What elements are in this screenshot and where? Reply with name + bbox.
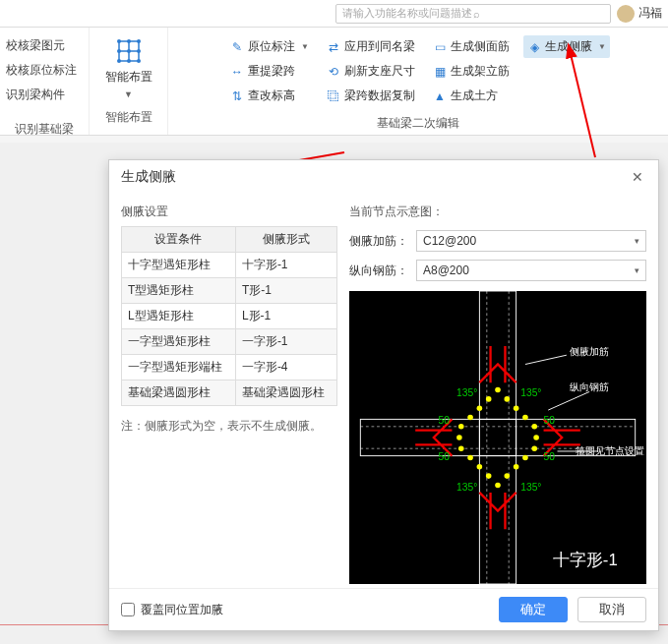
dialog-header: 生成侧腋 ✕ xyxy=(109,160,658,194)
svg-text:50: 50 xyxy=(544,415,556,426)
svg-rect-11 xyxy=(479,291,516,584)
svg-text:纵向钢筋: 纵向钢筋 xyxy=(570,381,609,392)
top-bar: 请输入功能名称或问题描述 ⌕ 冯福 xyxy=(0,0,668,28)
svg-point-27 xyxy=(477,464,483,470)
gen-side-haunch-button[interactable]: ◈生成侧腋▼ xyxy=(523,35,610,58)
col-header: 设置条件 xyxy=(122,227,236,253)
svg-point-23 xyxy=(531,424,537,430)
table-row[interactable]: T型遇矩形柱T形-1 xyxy=(122,278,337,304)
side-item[interactable]: 校核原位标注 xyxy=(4,58,85,83)
chevron-down-icon: ▾ xyxy=(635,236,639,246)
svg-point-16 xyxy=(477,405,483,411)
dialog-left: 侧腋设置 设置条件侧腋形式 十字型遇矩形柱十字形-1 T型遇矩形柱T形-1 L型… xyxy=(121,198,337,584)
field-label: 纵向钢筋： xyxy=(349,263,408,279)
right-section-title: 当前节点示意图： xyxy=(349,204,646,220)
resubmit-span-button[interactable]: ↔重提梁跨 xyxy=(226,60,313,83)
svg-rect-13 xyxy=(479,419,516,455)
svg-point-21 xyxy=(514,405,519,411)
gen-frame-rebar-button[interactable]: ▦生成架立筋 xyxy=(429,60,514,83)
svg-line-43 xyxy=(548,391,589,410)
svg-text:50: 50 xyxy=(438,451,450,462)
origin-annotation-button[interactable]: ✎原位标注▼ xyxy=(226,35,313,58)
table-row[interactable]: 一字型遇矩形端柱一字形-4 xyxy=(122,355,337,381)
col-header: 侧腋形式 xyxy=(235,227,336,253)
span-icon: ↔ xyxy=(230,65,244,79)
svg-point-5 xyxy=(137,49,141,53)
haunch-rebar-select[interactable]: C12@200▾ xyxy=(416,230,646,252)
avatar xyxy=(617,5,635,23)
search-placeholder: 请输入功能名称或问题描述 xyxy=(342,6,473,21)
svg-point-0 xyxy=(117,39,121,43)
svg-point-6 xyxy=(117,59,121,63)
svg-point-4 xyxy=(127,49,131,53)
overwrite-checkbox-input[interactable] xyxy=(121,603,135,616)
table-row[interactable]: 一字型遇矩形柱一字形-1 xyxy=(122,329,337,355)
ribbon-group-smart: 智能布置 ▼ 智能布置 xyxy=(89,28,167,135)
checkbox-label: 覆盖同位置加腋 xyxy=(141,602,223,618)
dialog-title: 生成侧腋 xyxy=(121,168,176,186)
gen-side-rebar-button[interactable]: ▭生成侧面筋 xyxy=(429,35,514,58)
svg-text:135°: 135° xyxy=(520,482,541,493)
svg-point-2 xyxy=(137,39,141,43)
svg-text:侧腋加筋: 侧腋加筋 xyxy=(570,346,609,357)
diagram-preview: 135° 135° 135° 135° 50 50 50 50 侧腋加筋 纵向钢… xyxy=(349,291,646,584)
ok-button[interactable]: 确定 xyxy=(499,597,568,622)
svg-point-17 xyxy=(467,415,473,421)
side-item[interactable]: 识别梁构件 xyxy=(4,83,85,107)
haunch-settings-table: 设置条件侧腋形式 十字型遇矩形柱十字形-1 T型遇矩形柱T形-1 L型遇矩形柱L… xyxy=(121,226,337,406)
elev-icon: ⇅ xyxy=(230,89,244,103)
svg-text:135°: 135° xyxy=(456,387,477,398)
table-row[interactable]: 基础梁遇圆形柱基础梁遇圆形柱 xyxy=(122,381,337,406)
svg-point-7 xyxy=(127,59,131,63)
note-text: 注：侧腋形式为空，表示不生成侧腋。 xyxy=(121,418,337,435)
side-item[interactable]: 校核梁图元 xyxy=(4,33,85,58)
svg-text:箍圆见节点设置: 箍圆见节点设置 xyxy=(576,445,644,456)
frame-icon: ▦ xyxy=(433,65,447,79)
svg-point-8 xyxy=(137,59,141,63)
svg-text:50: 50 xyxy=(544,451,556,462)
chevron-down-icon: ▾ xyxy=(635,265,639,275)
refresh-support-button[interactable]: ⟲刷新支座尺寸 xyxy=(323,60,419,83)
chevron-down-icon: ▼ xyxy=(124,89,133,99)
gen-haunch-dialog: 生成侧腋 ✕ 侧腋设置 设置条件侧腋形式 十字型遇矩形柱十字形-1 T型遇矩形柱… xyxy=(108,159,659,631)
haunch-icon: ◈ xyxy=(527,40,541,54)
smart-layout-button[interactable]: 智能布置 ▼ xyxy=(101,33,156,103)
table-row[interactable]: L型遇矩形柱L形-1 xyxy=(122,304,337,329)
table-row[interactable]: 十字型遇矩形柱十字形-1 xyxy=(122,253,337,278)
overwrite-checkbox[interactable]: 覆盖同位置加腋 xyxy=(121,602,223,618)
search-box[interactable]: 请输入功能名称或问题描述 ⌕ xyxy=(335,4,611,24)
close-button[interactable]: ✕ xyxy=(629,168,646,186)
smart-layout-label: 智能布置 xyxy=(105,69,152,86)
copy-span-data-button[interactable]: ⿻梁跨数据复制 xyxy=(323,85,419,107)
svg-point-18 xyxy=(458,424,464,430)
apply-same-beam-button[interactable]: ⇄应用到同名梁 xyxy=(323,35,419,58)
field-label: 侧腋加筋： xyxy=(349,233,408,250)
long-rebar-select[interactable]: A8@200▾ xyxy=(416,260,646,281)
search-icon: ⌕ xyxy=(473,8,604,20)
cancel-button[interactable]: 取消 xyxy=(577,597,646,622)
svg-point-1 xyxy=(127,39,131,43)
svg-point-31 xyxy=(522,455,528,461)
svg-point-14 xyxy=(495,387,501,393)
dialog-footer: 覆盖同位置加腋 确定 取消 xyxy=(109,588,658,630)
group-label: 基础梁二次编辑 xyxy=(377,109,459,132)
edit-elevation-button[interactable]: ⇅查改标高 xyxy=(226,85,313,107)
ribbon-group-identify: 校核梁图元 校核原位标注 识别梁构件 识别基础梁 xyxy=(0,28,89,135)
group-label: 识别基础梁 xyxy=(4,117,85,142)
group-label: 智能布置 xyxy=(105,103,152,126)
ribbon-buttons: ✎原位标注▼ ⇄应用到同名梁 ▭生成侧面筋 ◈生成侧腋▼ ↔重提梁跨 ⟲刷新支座… xyxy=(224,33,612,109)
earth-icon: ▲ xyxy=(433,89,447,103)
rebar-icon: ▭ xyxy=(433,40,447,54)
svg-point-24 xyxy=(533,435,539,440)
svg-text:十字形-1: 十字形-1 xyxy=(553,551,618,569)
left-section-title: 侧腋设置 xyxy=(121,204,337,220)
svg-text:135°: 135° xyxy=(520,387,541,398)
copy-icon: ⿻ xyxy=(327,89,340,103)
svg-point-19 xyxy=(456,435,462,440)
user-widget[interactable]: 冯福 xyxy=(617,5,662,23)
svg-point-32 xyxy=(514,464,519,470)
gen-earthwork-button[interactable]: ▲生成土方 xyxy=(429,85,514,107)
svg-text:135°: 135° xyxy=(456,482,477,493)
svg-line-42 xyxy=(525,355,567,364)
ribbon-group-edit: ✎原位标注▼ ⇄应用到同名梁 ▭生成侧面筋 ◈生成侧腋▼ ↔重提梁跨 ⟲刷新支座… xyxy=(167,28,668,135)
